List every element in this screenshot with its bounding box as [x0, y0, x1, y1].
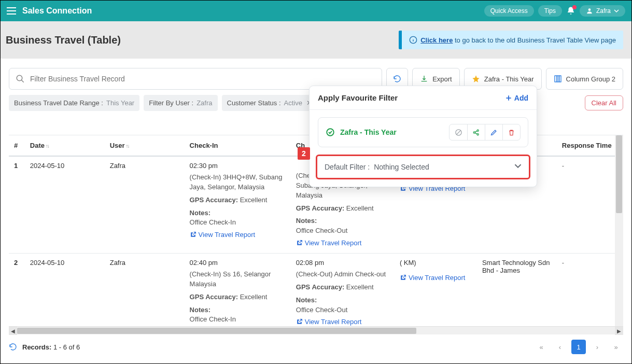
page-first[interactable]: «	[534, 340, 549, 354]
svg-rect-5	[559, 76, 560, 82]
delete-icon[interactable]	[502, 124, 520, 140]
page-current[interactable]: 1	[571, 340, 586, 354]
column-group-button[interactable]: Column Group 2	[546, 68, 623, 90]
clear-all-button[interactable]: Clear All	[585, 95, 623, 110]
external-link-icon	[190, 231, 196, 238]
share-icon[interactable]	[467, 124, 485, 140]
page-next[interactable]: ›	[590, 340, 605, 354]
vertical-scrollbar[interactable]	[615, 135, 623, 326]
notifications-icon[interactable]	[566, 6, 575, 16]
favourite-filter-popover: Apply Favourite Filter Add Zafra - This …	[309, 86, 537, 187]
chevron-down-icon	[514, 162, 522, 172]
col-date[interactable]: Date↑↓	[25, 135, 105, 156]
favourite-row[interactable]: Zafra - This Year	[318, 117, 528, 147]
col-idx: #	[9, 135, 25, 156]
refresh-icon	[393, 75, 401, 83]
records-label: Records:	[22, 343, 51, 351]
star-icon	[472, 75, 480, 83]
view-report-link[interactable]: View Travel Report	[296, 318, 362, 326]
legacy-notice: Click here to go back to the old Busines…	[399, 31, 623, 49]
col-response[interactable]: Response Time	[557, 135, 621, 156]
subheader: Business Travel (Table) Click here to go…	[1, 21, 631, 59]
edit-icon[interactable]	[485, 124, 502, 140]
callout-badge: 2	[298, 147, 310, 160]
col-user[interactable]: User↑↓	[105, 135, 185, 156]
chevron-down-icon	[614, 8, 619, 13]
col-checkin[interactable]: Check-In	[185, 135, 291, 156]
plus-icon	[505, 94, 512, 102]
chip-date-range[interactable]: Business Travel Date Range : This Year	[9, 95, 139, 111]
page-title: Business Travel (Table)	[6, 34, 121, 46]
default-filter-select[interactable]: Default Filter : Nothing Selected	[316, 155, 530, 179]
add-favourite-button[interactable]: Add	[505, 94, 528, 102]
app-title: Sales Connection	[22, 6, 92, 16]
view-report-link[interactable]: View Travel Report	[296, 239, 362, 247]
refresh-icon[interactable]	[9, 343, 17, 351]
info-icon	[409, 36, 417, 44]
download-icon	[420, 75, 428, 83]
check-circle-icon	[326, 128, 335, 137]
page-last[interactable]: »	[609, 340, 623, 354]
svg-point-0	[588, 8, 591, 11]
top-bar: Sales Connection Quick Access Tips Zafra	[1, 1, 631, 21]
chip-filter-user[interactable]: Filter By User : Zafra	[144, 95, 217, 111]
favourite-name: Zafra - This Year	[340, 128, 397, 136]
view-report-link[interactable]: View Travel Report	[190, 231, 256, 239]
pagination-bar: Records: 1 - 6 of 6 « ‹ 1 › »	[1, 334, 631, 359]
legacy-link[interactable]: Click here	[420, 36, 453, 44]
svg-rect-4	[557, 76, 558, 82]
user-menu[interactable]: Zafra	[580, 5, 625, 17]
horizontal-scrollbar[interactable]: ◀ ▶	[9, 326, 623, 334]
quick-access-button[interactable]: Quick Access	[484, 5, 534, 17]
records-value: 1 - 6 of 6	[53, 343, 80, 351]
page-prev[interactable]: ‹	[553, 340, 567, 354]
menu-icon[interactable]	[7, 7, 16, 15]
tips-button[interactable]: Tips	[538, 5, 562, 17]
search-icon	[16, 74, 25, 83]
view-report-link[interactable]: View Travel Report	[400, 274, 466, 282]
table-row: 2 2024-05-10 Zafra 02:40 pm (Check-In) S…	[9, 254, 621, 326]
svg-rect-3	[555, 76, 557, 82]
popover-title: Apply Favourite Filter	[318, 93, 398, 102]
user-name: Zafra	[596, 7, 611, 15]
svg-point-2	[17, 75, 22, 81]
filter-input[interactable]	[30, 75, 375, 83]
unshare-icon[interactable]	[450, 124, 467, 140]
chip-customer-status[interactable]: Customer Status : Active ✕	[222, 95, 317, 111]
columns-icon	[554, 75, 562, 83]
